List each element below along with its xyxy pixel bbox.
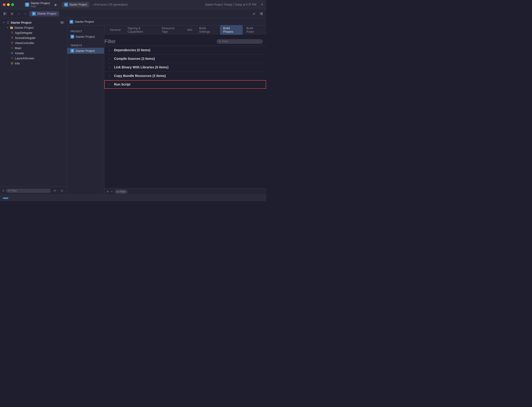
bottom-minus-button[interactable]: −	[110, 190, 113, 194]
phases-filter: ⊙	[217, 39, 263, 44]
svg-rect-2	[260, 12, 261, 15]
tab-label: Starter Project	[69, 3, 87, 6]
tab-icon: S	[64, 3, 68, 7]
project-icon: S	[25, 3, 29, 7]
storyboard-icon: ✕	[10, 56, 14, 60]
tab-build-rules[interactable]: Build Rules	[243, 25, 264, 35]
swift-icon: S	[10, 36, 14, 40]
panel-project-item[interactable]: S Starter Project	[67, 34, 104, 40]
svg-rect-3	[261, 12, 262, 15]
sidebar-filter-input[interactable]	[11, 189, 49, 192]
split-view-button[interactable]: ⊡	[59, 188, 65, 194]
sidebar-item-launchscreen[interactable]: ✕ LaunchScreen	[1, 56, 66, 61]
panel-target-icon: S	[70, 49, 74, 53]
progress-indicator	[3, 197, 8, 199]
appdelegate-label: AppDelegate	[15, 31, 32, 35]
editor-area: S Starter Project PROJECT S Starter Proj…	[67, 18, 266, 195]
minimize-button[interactable]	[7, 3, 10, 6]
timestamp: Today at 4:37 PM	[235, 3, 256, 6]
back-button[interactable]: ‹	[16, 11, 22, 16]
tab-general[interactable]: General	[107, 27, 124, 33]
breadcrumb-pill[interactable]: S Starter Project	[29, 11, 59, 16]
chevron-right-icon: ›	[109, 74, 112, 77]
navigator-toggle-button[interactable]	[2, 11, 8, 16]
scenedelegate-label: SceneDelegate	[15, 36, 35, 40]
sidebar-toggle-button[interactable]	[17, 3, 22, 7]
phase-row-link-binary[interactable]: › Link Binary With Libraries (0 items) 🗑	[104, 63, 266, 72]
chevron-right-icon: ›	[109, 57, 112, 60]
filter-circle-icon: ⊙	[117, 190, 119, 193]
bottom-bar: + − ⊙ Filter	[104, 188, 266, 195]
project-folder-icon: ⬡	[6, 21, 10, 24]
split-editor-button[interactable]: ⇄	[251, 11, 257, 16]
main-label: Main	[15, 46, 21, 50]
sidebar-item-assets[interactable]: ⊞ Assets	[1, 51, 66, 56]
sidebar-item-root-project[interactable]: ▾ ⬡ Starter Project M	[1, 20, 66, 25]
grid-button[interactable]: ⊞	[9, 11, 15, 16]
breadcrumb-text: Starter Project	[75, 20, 94, 23]
sidebar-item-scenedelegate[interactable]: S SceneDelegate	[1, 35, 66, 40]
phases-add-button[interactable]: Filter	[108, 39, 113, 44]
phase-name-copy-bundle: Copy Bundle Resources (3 items)	[114, 74, 256, 78]
launchscreen-label: LaunchScreen	[15, 56, 34, 60]
close-button[interactable]	[3, 3, 6, 6]
chevron-right-icon: ›	[109, 49, 112, 51]
editor-main: PROJECT S Starter Project TARGETS S Star…	[67, 25, 266, 195]
starter-project-group-label: Starter Project	[14, 26, 34, 30]
breadcrumb-label: Starter Project	[37, 12, 56, 15]
sidebar-item-viewcontroller[interactable]: S ViewController	[1, 40, 66, 46]
tab-info[interactable]: Info	[184, 27, 196, 33]
phase-row-dependencies[interactable]: › Dependencies (0 items) 🗑	[104, 46, 266, 55]
breadcrumb-bar: S Starter Project	[67, 18, 266, 25]
tab-resource-tags[interactable]: Resource Tags	[158, 25, 183, 35]
panel-target-item[interactable]: S Starter Project	[67, 48, 104, 54]
active-tab[interactable]: S Starter Project	[62, 2, 89, 8]
assets-label: Assets	[15, 51, 24, 55]
badge-m: M	[60, 21, 64, 24]
phases-filter-input[interactable]	[222, 40, 261, 43]
device-name: iPod touch (7th generation)	[94, 3, 128, 6]
content-area: General Signing & Capabilities Resource …	[104, 25, 266, 195]
tabs-bar: General Signing & Capabilities Resource …	[104, 25, 266, 34]
maximize-button[interactable]	[11, 3, 14, 6]
history-button[interactable]: ⟳	[52, 188, 58, 194]
breadcrumb-icon: S	[32, 12, 36, 16]
sidebar-item-main[interactable]: ✕ Main	[1, 46, 66, 51]
phase-name-run-script: Run Script	[114, 83, 256, 86]
sidebar-content: ▾ ⬡ Starter Project M ▾ Starter Project …	[0, 18, 67, 186]
phase-name-dependencies: Dependencies (0 items)	[114, 48, 256, 52]
targets-section-title: TARGETS	[67, 42, 104, 48]
chevron-right-icon: ›	[109, 66, 112, 69]
toolbar: ⊞ ‹ › S Starter Project ⇄	[0, 9, 266, 18]
tab-build-phases[interactable]: Build Phases	[220, 25, 243, 35]
sidebar-item-appdelegate[interactable]: S AppDelegate	[1, 30, 66, 35]
chevron-right-icon: ›	[109, 83, 112, 86]
storyboard-icon: ✕	[10, 46, 14, 50]
app-bottom-bar	[0, 195, 266, 201]
phase-row-run-script[interactable]: › Run Script 🗑	[104, 80, 266, 89]
sidebar-item-starter-project-group[interactable]: ▾ Starter Project	[1, 25, 66, 30]
panel-target-label: Starter Project	[76, 49, 95, 53]
add-tab-button[interactable]: +	[261, 2, 263, 7]
sidebar: ▾ ⬡ Starter Project M ▾ Starter Project …	[0, 18, 67, 195]
phase-row-compile-sources[interactable]: › Compile Sources (3 items) 🗑	[104, 55, 266, 63]
viewcontroller-label: ViewController	[15, 41, 34, 45]
run-button[interactable]	[53, 1, 59, 8]
svg-rect-1	[5, 12, 7, 15]
nav-buttons: ‹ ›	[16, 11, 28, 16]
phase-row-copy-bundle[interactable]: › Copy Bundle Resources (3 items) 🗑	[104, 72, 266, 80]
sidebar-item-info[interactable]: ⊟ Info	[1, 61, 66, 66]
sidebar-add-button[interactable]: +	[2, 189, 4, 193]
tab-build-settings[interactable]: Build Settings	[196, 25, 219, 35]
phase-name-compile-sources: Compile Sources (3 items)	[114, 57, 256, 61]
disclosure-arrow: ▾	[2, 21, 5, 24]
disclosure-arrow: ▾	[6, 26, 9, 29]
project-panel: PROJECT S Starter Project TARGETS S Star…	[67, 25, 104, 195]
sidebar-filter: ⊙	[6, 189, 51, 193]
tab-signing[interactable]: Signing & Capabilities	[124, 25, 158, 35]
bottom-add-button[interactable]: +	[107, 190, 109, 194]
forward-button[interactable]: ›	[22, 11, 28, 16]
status-text: Starter Project: Ready	[205, 3, 232, 6]
device-info: › iPod touch (7th generation)	[92, 3, 128, 6]
inspector-toggle-button[interactable]	[258, 11, 264, 16]
